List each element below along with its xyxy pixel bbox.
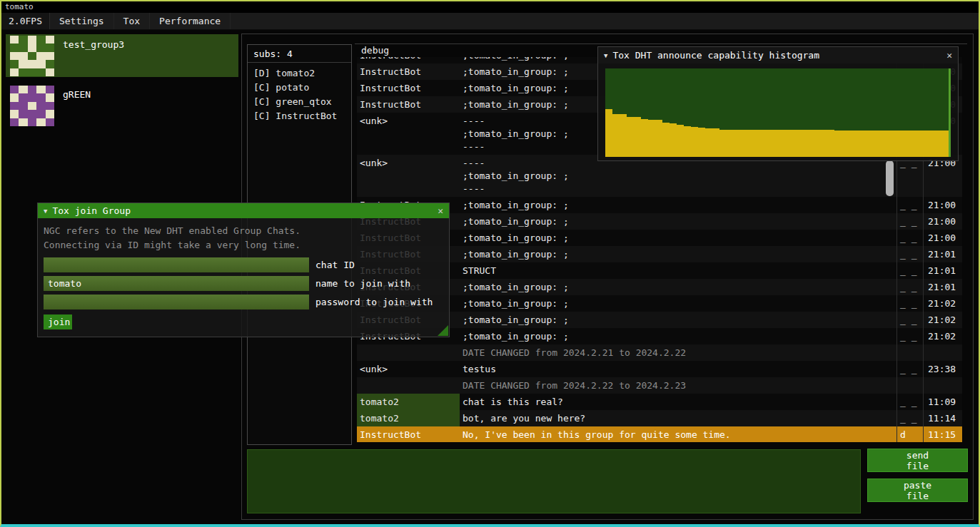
message-text: bot, are you new here? (460, 410, 896, 426)
histogram-bar (891, 131, 899, 157)
avatar-pixel (46, 86, 54, 93)
avatar-pixel (36, 93, 45, 101)
join-field-row: password to join with (44, 295, 443, 309)
join-window-titlebar[interactable]: ▼ Tox join Group ✕ (38, 203, 449, 218)
join-name-input[interactable]: tomato (44, 276, 309, 291)
log-top-divider (355, 44, 967, 44)
histogram-bar (856, 131, 863, 157)
avatar-pixel (19, 93, 27, 101)
window-title: tomato (5, 2, 34, 11)
histogram-bar (877, 131, 884, 157)
histogram-bar (798, 130, 805, 157)
message-time: 21:01 (923, 279, 962, 295)
message-flags: _ _ (896, 213, 923, 230)
avatar-pixel (36, 68, 45, 76)
join-field-row: tomatoname to join with (44, 276, 443, 291)
join-field-label: name to join with (315, 278, 410, 289)
avatar-pixel (28, 118, 36, 126)
join-password-input[interactable] (44, 295, 309, 309)
message-text: STRUCT (460, 262, 896, 279)
message-flags: _ _ (896, 279, 923, 295)
avatar-pixel (28, 60, 36, 68)
message-line: No, I've been in this group for quite so… (463, 429, 894, 441)
avatar-pixel (28, 36, 36, 44)
message-text: ;tomato_in_group: ; (460, 295, 896, 312)
join-field-label: chat ID (315, 260, 355, 270)
histogram-window-titlebar[interactable]: ▼ Tox DHT announce capability histogram … (598, 47, 958, 63)
histogram-bar (719, 130, 727, 157)
message-time (923, 344, 962, 361)
date-row[interactable]: DATE CHANGED from 2024.2.21 to 2024.2.22 (357, 344, 962, 361)
group-name: gREEN (63, 89, 91, 100)
histogram-bar (727, 130, 734, 157)
histogram-bar (784, 130, 791, 157)
avatar-pixel (10, 60, 19, 68)
avatar-pixel (19, 118, 27, 126)
avatar-pixel (10, 44, 19, 51)
histogram-bar (655, 120, 662, 157)
avatar-pixel (28, 110, 36, 118)
message-flags: _ _ (896, 197, 923, 213)
message-line: ;tomato_in_group: ; (463, 248, 894, 261)
message-row[interactable]: tomato2bot, are you new here?_ _11:14 (357, 410, 962, 426)
histogram-bar (627, 117, 634, 157)
close-icon[interactable]: ✕ (946, 50, 952, 61)
histogram-plot (605, 68, 951, 157)
subs-member-potato[interactable]: [C] potato (253, 81, 345, 95)
resize-grip-icon[interactable] (438, 325, 448, 336)
histogram-bar (705, 128, 712, 157)
histogram-bar (827, 130, 834, 157)
avatar-pixel (36, 102, 45, 110)
message-line: testus (463, 363, 894, 376)
send-file-button[interactable]: send file (867, 449, 968, 472)
subs-member-tomato2[interactable]: [D] tomato2 (253, 66, 345, 81)
window-titlebar[interactable]: tomato (1, 1, 979, 13)
message-author: InstructBot (357, 57, 460, 63)
histogram-bar (884, 131, 891, 157)
histogram-bar (927, 131, 934, 157)
date-row[interactable]: DATE CHANGED from 2024.2.22 to 2024.2.23 (357, 377, 962, 394)
message-author: <unk> (357, 113, 460, 155)
group-item-gREEN[interactable]: gREEN (6, 84, 238, 127)
paste-file-button[interactable]: paste file (867, 479, 968, 502)
message-text: chat is this real? (460, 394, 896, 410)
subs-member-InstructBot[interactable]: [C] InstructBot (253, 109, 345, 123)
message-input[interactable] (247, 449, 861, 513)
subs-member-green_qtox[interactable]: [C] green_qtox (253, 95, 345, 109)
avatar-pixel (28, 44, 36, 51)
histogram-bar (662, 123, 670, 157)
histogram-bar (777, 130, 784, 157)
message-line: chat is this real? (463, 396, 894, 409)
message-flags: _ _ (896, 295, 923, 312)
join-button[interactable]: join (44, 314, 72, 329)
message-time: 21:00 (923, 197, 962, 213)
scrollbar-thumb[interactable] (886, 160, 894, 196)
message-line: ---- (463, 183, 894, 195)
message-line: ;tomato_in_group: ; (463, 281, 894, 294)
histogram-bar (741, 130, 748, 157)
chat-id-input[interactable] (44, 257, 309, 272)
avatar-pixel (36, 44, 45, 51)
message-row[interactable]: <unk>testus_ _23:38 (357, 361, 962, 377)
close-icon[interactable]: ✕ (438, 205, 443, 216)
menu-item-settings[interactable]: Settings (50, 13, 114, 29)
collapse-icon[interactable]: ▼ (44, 208, 47, 215)
avatar-pixel (28, 68, 36, 76)
avatar-pixel (28, 86, 36, 93)
histogram-bar (634, 117, 641, 157)
tab-debug[interactable]: debug (361, 45, 389, 56)
message-text: No, I've been in this group for quite so… (460, 426, 896, 442)
avatar-pixel (46, 118, 54, 126)
message-row[interactable]: InstructBotNo, I've been in this group f… (357, 426, 962, 442)
group-item-test_group3[interactable]: test_group3 (6, 34, 238, 77)
message-flags (896, 344, 923, 361)
menu-item-tox[interactable]: Tox (114, 13, 150, 29)
avatar-pixel (10, 36, 19, 44)
message-line: ;tomato_in_group: ; (463, 330, 894, 343)
collapse-icon[interactable]: ▼ (604, 52, 607, 59)
menu-item-performance[interactable]: Performance (150, 13, 231, 29)
message-row[interactable]: tomato2chat is this real?_ _11:09 (357, 394, 962, 410)
avatar-pixel (10, 68, 19, 76)
message-time: 21:02 (923, 312, 962, 328)
histogram-bar (605, 109, 612, 157)
